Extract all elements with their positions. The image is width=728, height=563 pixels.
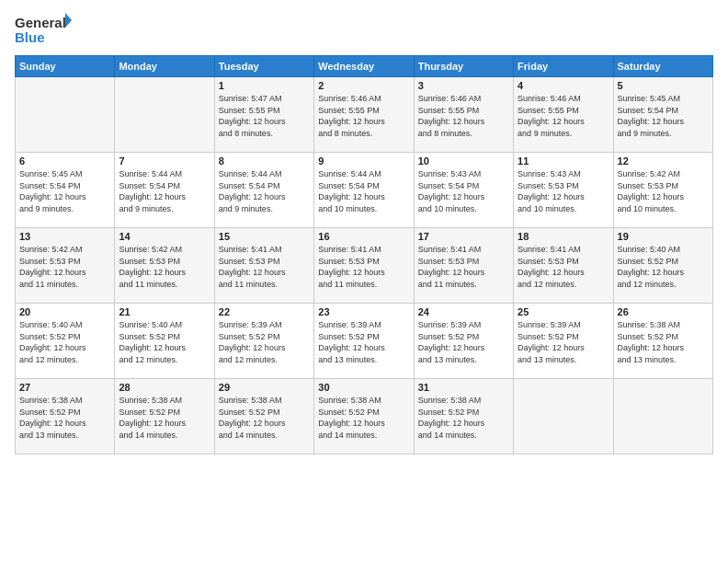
calendar-cell: 5Sunrise: 5:45 AM Sunset: 5:54 PM Daylig… (613, 77, 712, 153)
day-info: Sunrise: 5:41 AM Sunset: 5:53 PM Dayligh… (318, 244, 409, 290)
day-number: 2 (318, 80, 409, 91)
calendar-cell: 27Sunrise: 5:38 AM Sunset: 5:52 PM Dayli… (16, 379, 115, 454)
calendar-week-4: 20Sunrise: 5:40 AM Sunset: 5:52 PM Dayli… (16, 304, 713, 379)
calendar-cell: 29Sunrise: 5:38 AM Sunset: 5:52 PM Dayli… (214, 379, 313, 454)
page: GeneralBlue SundayMondayTuesdayWednesday… (0, 0, 728, 563)
calendar-cell: 26Sunrise: 5:38 AM Sunset: 5:52 PM Dayli… (613, 304, 712, 379)
calendar-week-2: 6Sunrise: 5:45 AM Sunset: 5:54 PM Daylig… (16, 153, 713, 228)
day-number: 17 (418, 231, 509, 242)
calendar-cell: 13Sunrise: 5:42 AM Sunset: 5:53 PM Dayli… (16, 228, 115, 304)
calendar-cell: 11Sunrise: 5:43 AM Sunset: 5:53 PM Dayli… (514, 153, 613, 228)
day-info: Sunrise: 5:45 AM Sunset: 5:54 PM Dayligh… (19, 168, 110, 214)
weekday-header-monday: Monday (115, 56, 214, 77)
day-info: Sunrise: 5:46 AM Sunset: 5:55 PM Dayligh… (318, 93, 409, 139)
weekday-row: SundayMondayTuesdayWednesdayThursdayFrid… (16, 56, 713, 77)
calendar-header: SundayMondayTuesdayWednesdayThursdayFrid… (16, 56, 713, 77)
calendar-cell: 22Sunrise: 5:39 AM Sunset: 5:52 PM Dayli… (214, 304, 313, 379)
day-number: 26 (618, 306, 709, 317)
calendar-cell: 6Sunrise: 5:45 AM Sunset: 5:54 PM Daylig… (16, 153, 115, 228)
calendar-cell: 30Sunrise: 5:38 AM Sunset: 5:52 PM Dayli… (314, 379, 414, 454)
day-number: 23 (318, 306, 409, 317)
calendar-cell: 2Sunrise: 5:46 AM Sunset: 5:55 PM Daylig… (314, 77, 414, 153)
day-info: Sunrise: 5:43 AM Sunset: 5:54 PM Dayligh… (418, 168, 509, 214)
calendar-cell: 4Sunrise: 5:46 AM Sunset: 5:55 PM Daylig… (514, 77, 613, 153)
day-info: Sunrise: 5:42 AM Sunset: 5:53 PM Dayligh… (618, 168, 709, 214)
calendar-cell: 20Sunrise: 5:40 AM Sunset: 5:52 PM Dayli… (16, 304, 115, 379)
day-number: 27 (19, 382, 110, 393)
day-number: 6 (19, 155, 110, 167)
day-number: 10 (418, 155, 509, 167)
day-info: Sunrise: 5:41 AM Sunset: 5:53 PM Dayligh… (219, 244, 310, 290)
calendar-cell (514, 379, 613, 454)
day-info: Sunrise: 5:46 AM Sunset: 5:55 PM Dayligh… (518, 93, 609, 139)
calendar-cell: 24Sunrise: 5:39 AM Sunset: 5:52 PM Dayli… (414, 304, 513, 379)
day-info: Sunrise: 5:44 AM Sunset: 5:54 PM Dayligh… (119, 168, 210, 214)
day-number: 7 (119, 155, 210, 167)
day-number: 21 (119, 306, 210, 317)
day-info: Sunrise: 5:39 AM Sunset: 5:52 PM Dayligh… (219, 319, 310, 365)
day-number: 9 (318, 155, 409, 167)
day-info: Sunrise: 5:40 AM Sunset: 5:52 PM Dayligh… (618, 244, 709, 290)
calendar-cell: 10Sunrise: 5:43 AM Sunset: 5:54 PM Dayli… (414, 153, 513, 228)
calendar-cell: 7Sunrise: 5:44 AM Sunset: 5:54 PM Daylig… (115, 153, 214, 228)
logo-svg: GeneralBlue (15, 11, 72, 48)
weekday-header-wednesday: Wednesday (314, 56, 414, 77)
calendar-cell: 19Sunrise: 5:40 AM Sunset: 5:52 PM Dayli… (613, 228, 712, 304)
day-info: Sunrise: 5:46 AM Sunset: 5:55 PM Dayligh… (418, 93, 509, 139)
day-number: 19 (618, 231, 709, 242)
day-info: Sunrise: 5:42 AM Sunset: 5:53 PM Dayligh… (119, 244, 210, 290)
day-info: Sunrise: 5:38 AM Sunset: 5:52 PM Dayligh… (618, 319, 709, 365)
calendar-cell: 28Sunrise: 5:38 AM Sunset: 5:52 PM Dayli… (115, 379, 214, 454)
day-info: Sunrise: 5:38 AM Sunset: 5:52 PM Dayligh… (318, 395, 409, 441)
day-info: Sunrise: 5:39 AM Sunset: 5:52 PM Dayligh… (318, 319, 409, 365)
day-number: 15 (219, 231, 310, 242)
day-number: 20 (19, 306, 110, 317)
header: GeneralBlue (15, 11, 713, 48)
day-number: 18 (518, 231, 609, 242)
weekday-header-saturday: Saturday (613, 56, 712, 77)
day-info: Sunrise: 5:42 AM Sunset: 5:53 PM Dayligh… (19, 244, 110, 290)
day-info: Sunrise: 5:38 AM Sunset: 5:52 PM Dayligh… (119, 395, 210, 441)
weekday-header-thursday: Thursday (414, 56, 513, 77)
calendar-week-1: 1Sunrise: 5:47 AM Sunset: 5:55 PM Daylig… (16, 77, 713, 153)
calendar-body: 1Sunrise: 5:47 AM Sunset: 5:55 PM Daylig… (16, 77, 713, 454)
day-number: 4 (518, 80, 609, 91)
day-info: Sunrise: 5:41 AM Sunset: 5:53 PM Dayligh… (418, 244, 509, 290)
calendar-cell: 23Sunrise: 5:39 AM Sunset: 5:52 PM Dayli… (314, 304, 414, 379)
day-number: 5 (618, 80, 709, 91)
day-number: 29 (219, 382, 310, 393)
day-number: 16 (318, 231, 409, 242)
day-number: 28 (119, 382, 210, 393)
calendar-cell: 14Sunrise: 5:42 AM Sunset: 5:53 PM Dayli… (115, 228, 214, 304)
day-number: 11 (518, 155, 609, 167)
weekday-header-sunday: Sunday (16, 56, 115, 77)
calendar-cell: 25Sunrise: 5:39 AM Sunset: 5:52 PM Dayli… (514, 304, 613, 379)
calendar-cell: 8Sunrise: 5:44 AM Sunset: 5:54 PM Daylig… (214, 153, 313, 228)
calendar-cell: 31Sunrise: 5:38 AM Sunset: 5:52 PM Dayli… (414, 379, 513, 454)
day-info: Sunrise: 5:38 AM Sunset: 5:52 PM Dayligh… (19, 395, 110, 441)
day-number: 1 (219, 80, 310, 91)
calendar-cell: 17Sunrise: 5:41 AM Sunset: 5:53 PM Dayli… (414, 228, 513, 304)
calendar-cell (115, 77, 214, 153)
day-info: Sunrise: 5:38 AM Sunset: 5:52 PM Dayligh… (418, 395, 509, 441)
day-number: 12 (618, 155, 709, 167)
calendar-cell: 9Sunrise: 5:44 AM Sunset: 5:54 PM Daylig… (314, 153, 414, 228)
day-number: 30 (318, 382, 409, 393)
logo: GeneralBlue (15, 11, 72, 48)
calendar-cell: 15Sunrise: 5:41 AM Sunset: 5:53 PM Dayli… (214, 228, 313, 304)
calendar-table: SundayMondayTuesdayWednesdayThursdayFrid… (15, 55, 713, 454)
calendar-week-3: 13Sunrise: 5:42 AM Sunset: 5:53 PM Dayli… (16, 228, 713, 304)
calendar-cell (16, 77, 115, 153)
day-info: Sunrise: 5:43 AM Sunset: 5:53 PM Dayligh… (518, 168, 609, 214)
calendar-cell: 1Sunrise: 5:47 AM Sunset: 5:55 PM Daylig… (214, 77, 313, 153)
calendar-cell: 3Sunrise: 5:46 AM Sunset: 5:55 PM Daylig… (414, 77, 513, 153)
calendar-cell: 16Sunrise: 5:41 AM Sunset: 5:53 PM Dayli… (314, 228, 414, 304)
calendar-cell: 18Sunrise: 5:41 AM Sunset: 5:53 PM Dayli… (514, 228, 613, 304)
day-info: Sunrise: 5:44 AM Sunset: 5:54 PM Dayligh… (219, 168, 310, 214)
day-info: Sunrise: 5:38 AM Sunset: 5:52 PM Dayligh… (219, 395, 310, 441)
calendar-week-5: 27Sunrise: 5:38 AM Sunset: 5:52 PM Dayli… (16, 379, 713, 454)
day-number: 25 (518, 306, 609, 317)
day-info: Sunrise: 5:41 AM Sunset: 5:53 PM Dayligh… (518, 244, 609, 290)
calendar-cell (613, 379, 712, 454)
day-info: Sunrise: 5:40 AM Sunset: 5:52 PM Dayligh… (119, 319, 210, 365)
